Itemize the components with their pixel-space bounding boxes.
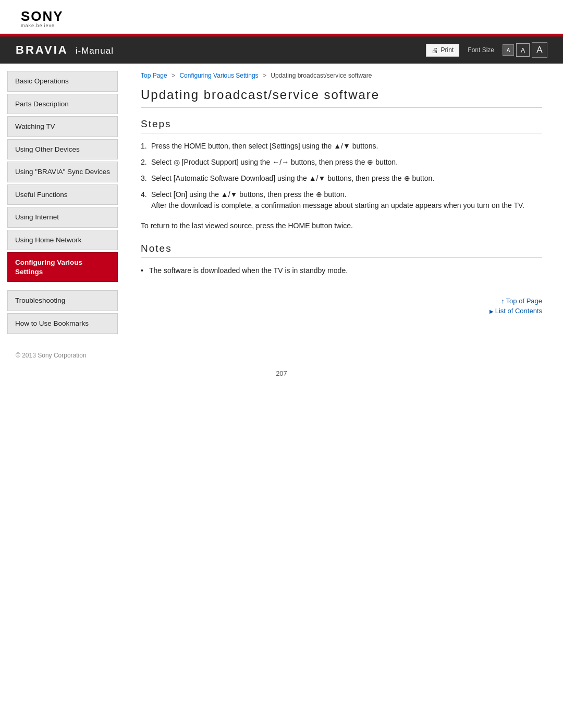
list-of-contents-link[interactable]: List of Contents bbox=[489, 307, 542, 315]
sidebar: Basic Operations Parts Description Watch… bbox=[0, 64, 125, 336]
top-bar: SONY make.believe bbox=[0, 0, 563, 34]
arrow-up-icon bbox=[501, 297, 505, 305]
step-2: 2. Select ◎ [Product Support] using the … bbox=[141, 157, 542, 168]
note-1: The software is downloaded when the TV i… bbox=[141, 265, 542, 276]
print-icon: 🖨 bbox=[432, 46, 438, 54]
top-of-page-label: Top of Page bbox=[506, 297, 542, 305]
list-of-contents-label: List of Contents bbox=[495, 307, 542, 315]
step-2-num: 2. bbox=[141, 157, 147, 168]
step-1-num: 1. bbox=[141, 141, 147, 152]
notes-heading: Notes bbox=[141, 243, 542, 258]
step-4-num: 4. bbox=[141, 189, 147, 200]
font-size-label: Font Size bbox=[468, 46, 494, 54]
sidebar-item-how-to-use-bookmarks[interactable]: How to Use Bookmarks bbox=[7, 313, 118, 334]
imanual-label: i-Manual bbox=[76, 46, 114, 56]
breadcrumb-sep-1: > bbox=[172, 72, 177, 79]
copyright: © 2013 Sony Corporation bbox=[0, 347, 563, 359]
sidebar-item-using-home-network[interactable]: Using Home Network bbox=[7, 230, 118, 251]
sidebar-item-using-bravia-sync[interactable]: Using "BRAVIA" Sync Devices bbox=[7, 162, 118, 182]
top-of-page-link[interactable]: Top of Page bbox=[501, 297, 542, 305]
note-1-text: The software is downloaded when the TV i… bbox=[149, 266, 348, 275]
sidebar-item-using-other-devices[interactable]: Using Other Devices bbox=[7, 139, 118, 160]
sidebar-item-watching-tv[interactable]: Watching TV bbox=[7, 116, 118, 137]
font-size-small-button[interactable]: A bbox=[503, 44, 514, 56]
main-content: Basic Operations Parts Description Watch… bbox=[0, 64, 563, 336]
page-wrapper: SONY make.believe BRAVIA i-Manual 🖨 Prin… bbox=[0, 0, 563, 728]
sony-tagline: make.believe bbox=[21, 23, 542, 28]
bravia-label: BRAVIA bbox=[16, 43, 68, 57]
step-4: 4. Select [On] using the ▲/▼ buttons, th… bbox=[141, 189, 542, 211]
notes-section: Notes The software is downloaded when th… bbox=[141, 243, 542, 276]
sidebar-item-troubleshooting[interactable]: Troubleshooting bbox=[7, 290, 118, 311]
sony-logo: SONY make.believe bbox=[21, 9, 542, 28]
step-4-text: Select [On] using the ▲/▼ buttons, then … bbox=[151, 190, 524, 209]
sidebar-item-basic-operations[interactable]: Basic Operations bbox=[7, 71, 118, 92]
header-bar: BRAVIA i-Manual 🖨 Print Font Size A A A bbox=[0, 36, 563, 64]
sidebar-item-using-internet[interactable]: Using Internet bbox=[7, 207, 118, 228]
breadcrumb-configuring[interactable]: Configuring Various Settings bbox=[179, 72, 258, 79]
content-area: Top Page > Configuring Various Settings … bbox=[125, 64, 563, 336]
breadcrumb-sep-2: > bbox=[263, 72, 268, 79]
page-number: 207 bbox=[0, 369, 563, 393]
steps-heading: Steps bbox=[141, 118, 542, 133]
sidebar-item-configuring-various-settings[interactable]: Configuring Various Settings bbox=[7, 252, 118, 282]
footer-links: Top of Page List of Contents bbox=[141, 297, 542, 315]
sidebar-item-parts-description[interactable]: Parts Description bbox=[7, 94, 118, 115]
sidebar-item-useful-functions[interactable]: Useful Functions bbox=[7, 184, 118, 205]
font-size-large-button[interactable]: A bbox=[532, 42, 547, 58]
step-3-text: Select [Automatic Software Download] usi… bbox=[151, 174, 434, 182]
header-controls: 🖨 Print Font Size A A A bbox=[426, 42, 547, 58]
font-size-medium-button[interactable]: A bbox=[516, 43, 530, 57]
step-3-num: 3. bbox=[141, 173, 147, 184]
step-1: 1. Press the HOME button, then select [S… bbox=[141, 141, 542, 152]
font-size-controls: A A A bbox=[503, 42, 547, 58]
notes-list: The software is downloaded when the TV i… bbox=[141, 265, 542, 276]
print-label: Print bbox=[441, 46, 454, 54]
steps-list: 1. Press the HOME button, then select [S… bbox=[141, 141, 542, 211]
bravia-title: BRAVIA i-Manual bbox=[16, 43, 114, 57]
breadcrumb-top-page[interactable]: Top Page bbox=[141, 72, 167, 79]
step-2-text: Select ◎ [Product Support] using the ←/→… bbox=[151, 158, 398, 166]
print-button[interactable]: 🖨 Print bbox=[426, 44, 460, 57]
step-1-text: Press the HOME button, then select [Sett… bbox=[151, 142, 378, 150]
arrow-right-icon bbox=[489, 307, 494, 315]
return-text: To return to the last viewed source, pre… bbox=[141, 220, 542, 231]
page-title: Updating broadcast/service software bbox=[141, 88, 542, 108]
step-3: 3. Select [Automatic Software Download] … bbox=[141, 173, 542, 184]
sony-wordmark: SONY bbox=[21, 9, 542, 23]
breadcrumb-current: Updating broadcast/service software bbox=[271, 72, 372, 79]
breadcrumb: Top Page > Configuring Various Settings … bbox=[141, 72, 542, 79]
